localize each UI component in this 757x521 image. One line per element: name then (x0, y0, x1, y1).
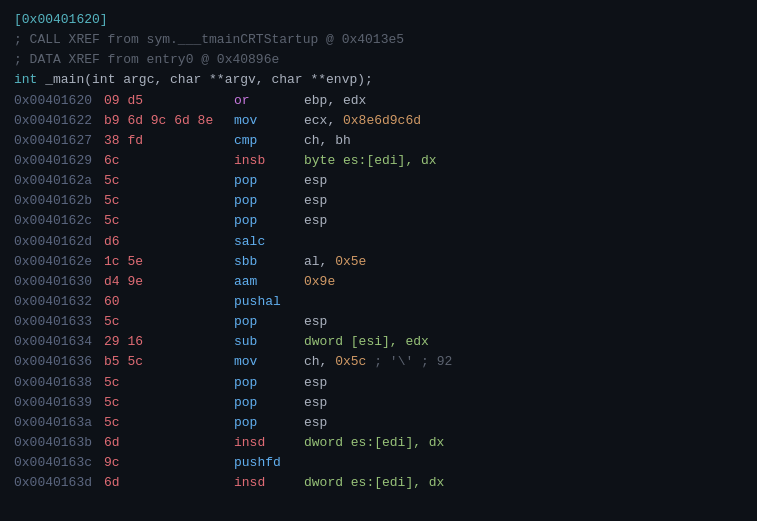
table-row: 0x00401622 b9 6d 9c 6d 8e mov ecx, 0x8e6… (14, 111, 743, 131)
mnemonic: mov (234, 111, 304, 131)
address: 0x00401627 (14, 131, 104, 151)
operand: 0x5c (335, 354, 366, 369)
mnemonic: insd (234, 473, 304, 493)
table-row: 0x0040162e 1c 5e sbb al, 0x5e (14, 252, 743, 272)
operand: 0x5e (335, 254, 366, 269)
table-row: 0x00401636 b5 5c mov ch, 0x5c ; '\' ; 92 (14, 352, 743, 372)
bytes: 6c (104, 151, 234, 171)
function-prototype: int _main(int argc, char **argv, char **… (14, 70, 743, 90)
table-row: 0x00401638 5c pop esp (14, 373, 743, 393)
operand: esp (304, 314, 327, 329)
operand: ch, (304, 354, 335, 369)
operands: al, 0x5e (304, 252, 366, 272)
mnemonic: insb (234, 151, 304, 171)
address: 0x0040163c (14, 453, 104, 473)
operands: esp (304, 413, 327, 433)
operand: esp (304, 193, 327, 208)
operands: dword [esi], edx (304, 332, 429, 352)
keyword-int: int (14, 72, 37, 87)
operand: ch, bh (304, 133, 351, 148)
operand: esp (304, 415, 327, 430)
bytes: 5c (104, 413, 234, 433)
mnemonic: insd (234, 433, 304, 453)
bytes: 5c (104, 373, 234, 393)
address-header: [0x00401620] (14, 10, 743, 30)
bytes: 29 16 (104, 332, 234, 352)
operands: ch, bh (304, 131, 351, 151)
bytes: 9c (104, 453, 234, 473)
operands: byte es:[edi], dx (304, 151, 437, 171)
bytes: 5c (104, 191, 234, 211)
mnemonic: pop (234, 312, 304, 332)
bytes: 5c (104, 312, 234, 332)
bytes: 60 (104, 292, 234, 312)
operand: ecx, (304, 113, 343, 128)
mnemonic: pop (234, 413, 304, 433)
mnemonic: mov (234, 352, 304, 372)
operands: esp (304, 393, 327, 413)
xref1-comment: ; CALL XREF from sym.___tmainCRTStartup … (14, 30, 743, 50)
address: 0x0040162d (14, 232, 104, 252)
operands: esp (304, 171, 327, 191)
operands: ebp, edx (304, 91, 366, 111)
table-row: 0x00401634 29 16 sub dword [esi], edx (14, 332, 743, 352)
address: 0x0040163d (14, 473, 104, 493)
table-row: 0x00401630 d4 9e aam 0x9e (14, 272, 743, 292)
address: 0x00401632 (14, 292, 104, 312)
operand: ; '\' ; 92 (366, 354, 452, 369)
mnemonic: pop (234, 393, 304, 413)
bytes: 5c (104, 393, 234, 413)
address: 0x0040162b (14, 191, 104, 211)
operand: esp (304, 395, 327, 410)
operand: byte es:[edi], dx (304, 153, 437, 168)
operand: esp (304, 173, 327, 188)
address: 0x00401634 (14, 332, 104, 352)
operand: 0x8e6d9c6d (343, 113, 421, 128)
bytes: d6 (104, 232, 234, 252)
mnemonic: pushfd (234, 453, 304, 473)
address: 0x0040162a (14, 171, 104, 191)
bytes: 38 fd (104, 131, 234, 151)
bytes: 6d (104, 473, 234, 493)
address: 0x00401639 (14, 393, 104, 413)
operands: dword es:[edi], dx (304, 433, 444, 453)
table-row: 0x0040162a 5c pop esp (14, 171, 743, 191)
operand: esp (304, 375, 327, 390)
mnemonic: aam (234, 272, 304, 292)
address: 0x00401622 (14, 111, 104, 131)
mnemonic: pushal (234, 292, 304, 312)
mnemonic: sub (234, 332, 304, 352)
operands: ch, 0x5c ; '\' ; 92 (304, 352, 452, 372)
operand: dword [esi], edx (304, 334, 429, 349)
operand: dword es:[edi], dx (304, 475, 444, 490)
bytes: 5c (104, 211, 234, 231)
address: 0x00401620 (14, 91, 104, 111)
operand: al, (304, 254, 335, 269)
table-row: 0x0040162b 5c pop esp (14, 191, 743, 211)
bytes: d4 9e (104, 272, 234, 292)
address: 0x0040163b (14, 433, 104, 453)
mnemonic: pop (234, 373, 304, 393)
table-row: 0x0040162d d6 salc (14, 232, 743, 252)
address: 0x0040162c (14, 211, 104, 231)
mnemonic: sbb (234, 252, 304, 272)
operands: esp (304, 373, 327, 393)
asm-listing: 0x00401620 09 d5 or ebp, edx0x00401622 b… (14, 91, 743, 494)
table-row: 0x0040163c 9c pushfd (14, 453, 743, 473)
mnemonic: or (234, 91, 304, 111)
address: 0x0040163a (14, 413, 104, 433)
table-row: 0x00401627 38 fd cmp ch, bh (14, 131, 743, 151)
bytes: 5c (104, 171, 234, 191)
address: 0x00401630 (14, 272, 104, 292)
mnemonic: pop (234, 171, 304, 191)
operands: ecx, 0x8e6d9c6d (304, 111, 421, 131)
table-row: 0x00401620 09 d5 or ebp, edx (14, 91, 743, 111)
operand: esp (304, 213, 327, 228)
address: 0x00401636 (14, 352, 104, 372)
operands: 0x9e (304, 272, 335, 292)
table-row: 0x00401629 6c insb byte es:[edi], dx (14, 151, 743, 171)
operands: esp (304, 312, 327, 332)
mnemonic: cmp (234, 131, 304, 151)
table-row: 0x0040163d 6d insd dword es:[edi], dx (14, 473, 743, 493)
operands: esp (304, 211, 327, 231)
